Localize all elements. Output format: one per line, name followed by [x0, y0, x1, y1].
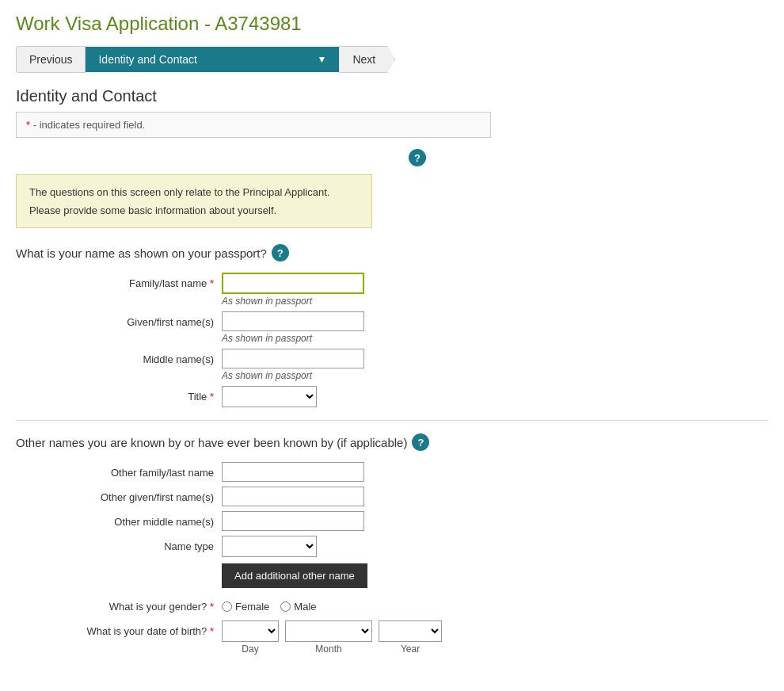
required-notice-text: - indicates required field. [33, 119, 146, 131]
given-name-row: Given/first name(s) As shown in passport [16, 311, 768, 344]
middle-name-label: Middle name(s) [16, 349, 222, 365]
gender-male-label: Male [294, 601, 316, 613]
gender-question-label: What is your gender? * [16, 601, 222, 613]
other-family-name-input[interactable] [222, 462, 364, 482]
add-other-name-button[interactable]: Add additional other name [222, 563, 367, 588]
middle-name-row: Middle name(s) As shown in passport [16, 349, 768, 381]
name-type-label: Name type [16, 536, 222, 552]
dob-year-label: Year [401, 643, 420, 655]
family-name-row: Family/last name * As shown in passport [16, 273, 768, 307]
gender-female-option[interactable]: Female [222, 601, 269, 613]
current-section-label[interactable]: Identity and Contact ▼ [86, 47, 339, 72]
dob-year-group: Year [379, 620, 442, 655]
dob-month-group: Month [285, 620, 372, 655]
middle-name-input-group: As shown in passport [222, 349, 364, 381]
title-label: Title * [16, 386, 222, 403]
family-name-hint: As shown in passport [222, 296, 364, 307]
other-names-heading: Other names you are known by or have eve… [16, 433, 768, 451]
given-name-hint: As shown in passport [222, 333, 364, 344]
other-given-name-label: Other given/first name(s) [16, 487, 222, 503]
dob-day-select[interactable] [222, 620, 279, 642]
given-name-input-group: As shown in passport [222, 311, 364, 344]
other-given-name-input-group [222, 487, 364, 506]
family-name-input[interactable] [222, 273, 364, 294]
passport-name-label: What is your name as shown on your passp… [16, 246, 267, 260]
current-section-text: Identity and Contact [98, 53, 197, 66]
other-given-name-input[interactable] [222, 487, 364, 506]
dob-day-label: Day [242, 643, 258, 655]
required-asterisk: * [26, 119, 30, 131]
gender-male-radio[interactable] [280, 601, 291, 612]
dropdown-arrow-icon: ▼ [318, 54, 327, 65]
dob-question-label: What is your date of birth? * [16, 620, 222, 637]
other-family-name-row: Other family/last name [16, 462, 768, 482]
middle-name-hint: As shown in passport [222, 370, 364, 381]
title-select[interactable]: Mr Mrs Ms Miss Dr Prof [222, 386, 317, 407]
info-box: The questions on this screen only relate… [16, 174, 372, 228]
other-middle-name-label: Other middle name(s) [16, 511, 222, 528]
other-names-heading-text: Other names you are known by or have eve… [16, 436, 407, 449]
other-middle-name-input[interactable] [222, 511, 364, 531]
given-name-input[interactable] [222, 311, 364, 331]
divider-1 [16, 420, 768, 421]
name-type-select[interactable]: Alias Birth name Maiden name Nickname [222, 536, 317, 557]
other-family-name-input-group [222, 462, 364, 482]
next-button[interactable]: Next [339, 46, 395, 73]
dob-year-select[interactable] [379, 620, 442, 642]
dob-row: What is your date of birth? * Day Month [16, 620, 768, 655]
gender-female-label: Female [235, 601, 269, 613]
help-icon-other-names[interactable]: ? [412, 433, 429, 451]
gender-female-radio[interactable] [222, 601, 232, 612]
family-name-label: Family/last name * [16, 273, 222, 289]
other-family-name-label: Other family/last name [16, 462, 222, 479]
previous-button[interactable]: Previous [16, 46, 86, 73]
help-icon-passport[interactable]: ? [272, 244, 289, 262]
gender-radio-group: Female Male [222, 601, 317, 613]
page-title: Work Visa Application - A3743981 [16, 13, 768, 35]
family-name-input-group: As shown in passport [222, 273, 364, 307]
middle-name-input[interactable] [222, 349, 364, 368]
help-icon-top[interactable]: ? [409, 149, 426, 166]
gender-row: What is your gender? * Female Male [16, 601, 768, 613]
gender-male-option[interactable]: Male [280, 601, 316, 613]
other-middle-name-row: Other middle name(s) [16, 511, 768, 531]
title-input-group: Mr Mrs Ms Miss Dr Prof [222, 386, 317, 407]
dob-month-select[interactable] [285, 620, 372, 642]
passport-name-question: What is your name as shown on your passp… [16, 244, 768, 262]
title-row: Title * Mr Mrs Ms Miss Dr Prof [16, 386, 768, 407]
name-type-input-group: Alias Birth name Maiden name Nickname [222, 536, 317, 557]
dob-selects: Day Month Year [222, 620, 442, 655]
other-given-name-row: Other given/first name(s) [16, 487, 768, 506]
given-name-label: Given/first name(s) [16, 311, 222, 328]
navigation-bar: Previous Identity and Contact ▼ Next [16, 46, 768, 73]
dob-month-label: Month [315, 643, 341, 655]
name-type-row: Name type Alias Birth name Maiden name N… [16, 536, 768, 557]
dob-day-group: Day [222, 620, 279, 655]
info-box-line1: The questions on this screen only relate… [29, 186, 359, 198]
required-notice: * - indicates required field. [16, 112, 491, 138]
section-title: Identity and Contact [16, 87, 768, 105]
info-box-line2: Please provide some basic information ab… [29, 204, 359, 216]
other-middle-name-input-group [222, 511, 364, 531]
